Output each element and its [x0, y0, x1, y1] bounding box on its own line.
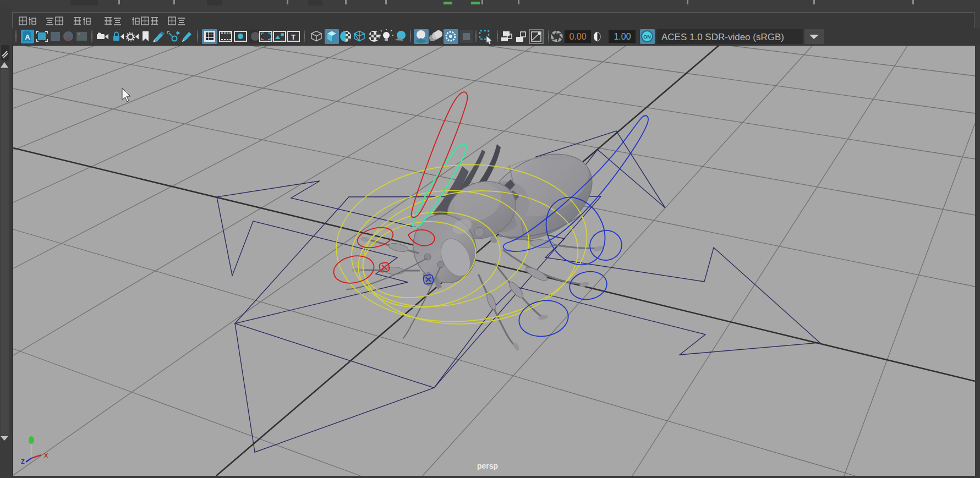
svg-text:0.00: 0.00	[569, 32, 586, 41]
svg-text:1.00: 1.00	[614, 32, 631, 41]
svg-text:Z: Z	[21, 458, 25, 465]
svg-text:A: A	[25, 33, 30, 41]
svg-text:persp: persp	[477, 461, 498, 470]
svg-text:X: X	[44, 452, 48, 459]
svg-text:T: T	[291, 33, 295, 41]
svg-text:ON: ON	[643, 34, 651, 40]
svg-text:ACES 1.0 SDR-video (sRGB): ACES 1.0 SDR-video (sRGB)	[661, 32, 784, 42]
